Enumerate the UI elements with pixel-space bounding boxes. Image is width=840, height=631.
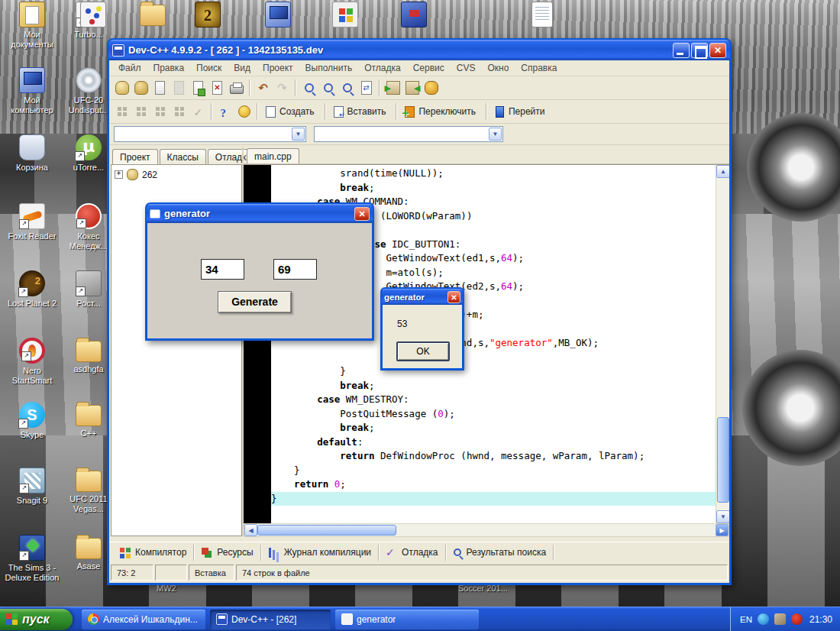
report-tab-log[interactable]: Журнал компиляции — [261, 545, 379, 561]
desktop-item[interactable]: Skype — [3, 402, 61, 440]
generator-dialog-title-bar[interactable]: generator — [147, 204, 373, 223]
grid-1-button[interactable] — [112, 102, 131, 121]
scroll-up-icon[interactable]: ▲ — [716, 165, 729, 178]
grid-3-button[interactable] — [150, 102, 170, 121]
menu-item-Поиск[interactable]: Поиск — [190, 61, 228, 75]
tab-main-cpp[interactable]: main.cpp — [247, 148, 299, 163]
generator-msgbox-close-icon[interactable] — [447, 291, 460, 303]
tab-Классы[interactable]: Классы — [160, 149, 206, 164]
debug-button[interactable] — [422, 79, 441, 98]
new-file-button[interactable] — [112, 79, 131, 98]
language-indicator[interactable]: EN — [740, 615, 752, 624]
menu-item-Правка[interactable]: Правка — [147, 61, 191, 75]
start-button[interactable]: пуск — [0, 609, 73, 630]
redo-button[interactable] — [273, 79, 292, 98]
menu-item-Вид[interactable]: Вид — [228, 61, 257, 75]
toolbar-button-paste[interactable]: Вставить — [329, 105, 393, 119]
chevron-down-icon[interactable]: ▼ — [489, 128, 502, 141]
replace-button[interactable] — [338, 79, 357, 98]
desktop-item[interactable]: Foxit Reader — [3, 203, 61, 241]
menu-item-Справка[interactable]: Справка — [515, 61, 563, 75]
check-button[interactable] — [189, 102, 208, 121]
game-2-item[interactable] — [191, 2, 225, 28]
horizontal-scrollbar[interactable]: ◀ ▶ — [244, 523, 729, 537]
toolbar-button-page[interactable]: Создать — [261, 105, 321, 119]
antivirus-tray-icon[interactable] — [791, 613, 803, 625]
desktop-item[interactable]: Мои документы — [3, 2, 61, 49]
find-next-button[interactable] — [318, 79, 338, 98]
report-tab-search[interactable]: Результаты поиска — [446, 545, 554, 560]
maximize-button[interactable] — [691, 43, 708, 58]
monitor-app-item[interactable] — [261, 2, 295, 28]
scroll-down-icon[interactable]: ▼ — [716, 510, 729, 523]
generate-button[interactable]: Generate — [218, 291, 292, 313]
desktop-item[interactable]: Lost Planet 2 — [3, 270, 61, 309]
print-button[interactable] — [227, 79, 246, 98]
horizontal-scroll-thumb[interactable] — [257, 525, 396, 536]
combo-row: ▼ ▼ — [109, 124, 729, 145]
desktop-item[interactable]: Корзина — [3, 134, 61, 173]
project-tree-item[interactable]: + 262 — [111, 165, 241, 184]
generator-dialog-close-icon[interactable] — [354, 207, 370, 221]
desktop-item[interactable]: Мой компьютер — [3, 67, 61, 115]
generator-input-1[interactable]: 34 — [201, 259, 244, 280]
save-file-button[interactable] — [150, 79, 170, 98]
messenger-tray-icon[interactable] — [758, 613, 769, 625]
vertical-scroll-thumb[interactable] — [717, 417, 729, 503]
toolbar-button-goto[interactable]: Перейти — [490, 105, 552, 119]
menu-item-Проект[interactable]: Проект — [257, 61, 299, 75]
grid-2-button[interactable] — [131, 102, 150, 121]
open-file-button[interactable] — [131, 79, 150, 98]
toolbar-button-switch[interactable]: Переключить — [400, 105, 482, 119]
scroll-left-icon[interactable]: ◀ — [244, 524, 257, 536]
goto-line-button[interactable] — [357, 79, 376, 98]
taskbar-task-2[interactable]: Dev-C++ - [262] — [210, 610, 331, 629]
chevron-down-icon[interactable]: ▼ — [292, 128, 305, 141]
switch-icon — [405, 106, 415, 118]
desktop-item-label: Рост... — [76, 299, 100, 309]
text-document-item[interactable] — [525, 2, 559, 28]
menu-item-Отладка[interactable]: Отладка — [358, 61, 406, 75]
close-button[interactable] — [709, 43, 726, 58]
windows-app-item[interactable] — [328, 2, 362, 28]
help-button[interactable] — [215, 102, 234, 121]
desktop-item[interactable]: Snagit 9 — [3, 468, 61, 506]
blue-app-item[interactable] — [397, 2, 431, 28]
generator-msgbox-title-bar[interactable]: generator — [382, 289, 463, 305]
compiler-combo[interactable]: ▼ — [114, 126, 306, 142]
generator-input-2[interactable]: 69 — [273, 259, 317, 280]
taskbar-task-1[interactable]: Алексей Ишкальдин... — [82, 610, 205, 629]
report-tab-compiler[interactable]: Компилятор — [112, 545, 194, 561]
desktop-item[interactable]: Nero StartSmart — [3, 338, 61, 385]
about-button[interactable] — [234, 102, 254, 121]
torrent-bp-item[interactable] — [76, 2, 110, 28]
undo-button[interactable] — [254, 79, 273, 98]
desktop-item[interactable]: The Sims 3 - Deluxe Edition — [3, 535, 61, 582]
menu-item-Сервис[interactable]: Сервис — [407, 61, 451, 75]
taskbar-task-3[interactable]: generator — [335, 610, 479, 629]
save-as-button[interactable] — [170, 79, 189, 98]
menu-item-Окно[interactable]: Окно — [481, 61, 515, 75]
msgbox-ok-button[interactable]: OK — [396, 341, 450, 361]
report-tab-resources[interactable]: Ресурсы — [194, 545, 260, 561]
title-bar[interactable]: Dev-C++ 4.9.9.2 - [ 262 ] - 1342135135.d… — [108, 40, 730, 60]
close-file-button[interactable] — [208, 79, 227, 98]
grid-4-button[interactable] — [170, 102, 189, 121]
scroll-right-icon[interactable]: ▶ — [716, 524, 729, 536]
find-button[interactable] — [299, 79, 318, 98]
vertical-scrollbar[interactable]: ▲ ▼ — [716, 165, 729, 523]
run-button[interactable] — [402, 79, 422, 98]
save-all-button[interactable] — [189, 79, 208, 98]
minimize-button[interactable] — [673, 43, 690, 58]
volume-tray-icon[interactable] — [774, 613, 786, 625]
menu-item-Выполнить[interactable]: Выполнить — [299, 61, 359, 75]
tree-expand-icon[interactable]: + — [115, 170, 123, 179]
compile-button[interactable] — [383, 79, 402, 98]
watch-combo[interactable]: ▼ — [314, 126, 503, 142]
desktop-item-label: The Sims 3 - Deluxe Edition — [3, 563, 61, 582]
folder-item[interactable] — [136, 2, 170, 26]
menu-item-Файл[interactable]: Файл — [112, 61, 147, 75]
report-tab-debug[interactable]: Отладка — [379, 545, 445, 561]
menu-item-CVS[interactable]: CVS — [451, 61, 482, 75]
tab-Проект[interactable]: Проект — [112, 149, 158, 164]
